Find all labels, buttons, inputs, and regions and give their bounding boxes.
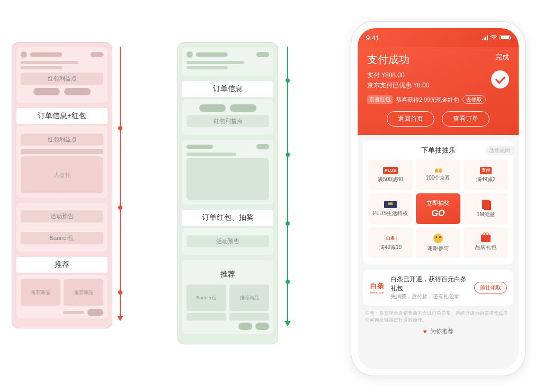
wf-red-banner: Banner位: [21, 232, 103, 244]
wf-red-bonus-label-2: 红包利益点: [21, 133, 103, 146]
wf-green-order-card: [182, 47, 273, 76]
baitiao-icon: 白条: [384, 235, 397, 242]
pay-icon: 支付: [480, 167, 492, 174]
status-icons: [482, 35, 510, 40]
wf-red-turntable: 大盘轮: [21, 156, 103, 193]
arrow-red: [120, 47, 121, 317]
face-icon: [433, 234, 443, 243]
wf-red-bonus-label-1: 红包利益点: [21, 73, 103, 85]
phone-mockup: 9:41 完成 支付成功 实付 ¥888.00 京东支付已优惠 ¥8.00 京喜…: [351, 21, 526, 376]
wf-green-btns-card: 红包利益点: [182, 99, 273, 135]
crown-icon: [384, 201, 397, 208]
lottery-cell-pay[interactable]: 支付满49减2: [464, 159, 508, 190]
wireframe-red: 红包利益点 订单信息+红包 红包利益点 大盘轮 活动预告 Banner位 推荐 …: [12, 42, 112, 328]
baitiao-claim-button[interactable]: 前往领取: [474, 282, 507, 293]
lottery-cell-bt[interactable]: 白条满49减10: [368, 227, 413, 258]
arrow-green: [287, 47, 288, 322]
lottery-go-button[interactable]: 立即抽奖GO: [416, 193, 460, 224]
payment-header: 完成 支付成功 实付 ¥888.00 京东支付已优惠 ¥8.00 京喜红包 恭喜…: [358, 47, 519, 135]
paid-row: 实付 ¥888.00: [367, 71, 509, 80]
wf-green-activity-card: 活动预告: [182, 228, 273, 255]
wf-green-recommend-card: 推荐 Banner位 推荐商品: [182, 260, 273, 334]
status-time: 9:41: [366, 34, 379, 42]
wf-red-bonus-card: 红包利益点 大盘轮: [16, 126, 108, 198]
wf-green-activity: 活动预告: [186, 235, 269, 247]
lottery-cell-plus[interactable]: PLUS满500减80: [368, 159, 413, 190]
payment-title: 支付成功: [367, 52, 509, 67]
battery-icon: [500, 35, 510, 40]
gift-icon: [481, 235, 491, 242]
heart-icon: ♥: [423, 328, 426, 335]
wf-green-lottery-card: [182, 140, 273, 204]
redpacket-row: 京喜红包 恭喜获得2.99元现金红包 去领取: [367, 95, 509, 104]
rp-text: 恭喜获得2.99元现金红包: [396, 96, 459, 104]
baitiao-title: 白条已开通，获得百元白条礼包: [390, 275, 469, 293]
wf-green-title-order: 订单信息: [182, 81, 273, 97]
lottery-rules-link[interactable]: 活动规则: [486, 146, 513, 155]
wf-green-rec-cell: 推荐商品: [229, 284, 269, 311]
wf-green-bonus-label: 红包利益点: [186, 115, 269, 127]
lottery-card: 下单抽抽乐 活动规则 PLUS满500减80 100个京豆 支付满49减2 PL…: [363, 140, 513, 264]
lottery-cell-gold[interactable]: 100个京豆: [416, 159, 460, 190]
wifi-icon: [490, 35, 497, 40]
home-button[interactable]: 返回首页: [387, 111, 434, 127]
traffic-card-icon: [482, 200, 489, 209]
done-link[interactable]: 完成: [495, 52, 509, 62]
lottery-cell-crown[interactable]: PLUS生活特权: [368, 193, 413, 224]
wf-green-title-recommend: 推荐: [186, 266, 269, 282]
rp-badge: 京喜红包: [367, 95, 393, 104]
wf-green-banner-cell: Banner位: [186, 284, 226, 311]
gold-bean-icon: [435, 168, 442, 173]
baitiao-subtitle: 先消费，后付款，还有礼包拿: [390, 293, 469, 300]
signal-icon: [482, 35, 488, 40]
wf-red-activity: 活动预告: [21, 210, 103, 222]
rp-go-button[interactable]: 去领取: [462, 95, 486, 104]
discount-row: 京东支付已优惠 ¥8.00: [367, 81, 509, 90]
wf-red-activity-card: 活动预告 Banner位: [16, 203, 108, 252]
safety-notice: 注意：京东平台及销售商不会以订单异常、系统升级为由要求您点击任何网址链接进行退款…: [358, 310, 519, 323]
lottery-title: 下单抽抽乐: [421, 146, 456, 155]
lottery-cell-card[interactable]: 1M流量: [464, 193, 508, 224]
recommend-separator: ♥ 为你推荐: [358, 327, 519, 335]
wf-red-title-recommend: 推荐: [16, 257, 108, 273]
wireframe-green: 订单信息 红包利益点 订单红包、抽奖 活动预告 推荐 Banner位 推荐商品: [177, 42, 278, 344]
wf-red-title-order: 订单信息+红包: [16, 108, 108, 124]
lottery-cell-gift[interactable]: 品牌礼包: [464, 227, 508, 258]
wf-red-rec-1: 推荐商品: [21, 279, 60, 306]
status-bar: 9:41: [358, 28, 519, 47]
baitiao-card: 白条 baitiao.com 白条已开通，获得百元白条礼包 先消费，后付款，还有…: [363, 270, 513, 306]
baitiao-logo: 白条 baitiao.com: [369, 281, 385, 294]
view-order-button[interactable]: 查看订单: [442, 111, 489, 127]
plus-icon: PLUS: [383, 167, 398, 174]
wf-green-title-lottery: 订单红包、抽奖: [182, 210, 273, 226]
recommend-label: 为你推荐: [430, 327, 453, 335]
wf-red-recommend-card: 推荐商品 推荐商品: [16, 275, 108, 318]
lottery-grid: PLUS满500减80 100个京豆 支付满49减2 PLUS生活特权 立即抽奖…: [368, 159, 508, 258]
wf-red-rec-2: 推荐商品: [64, 279, 103, 306]
lottery-cell-face[interactable]: 谢谢参与: [416, 227, 460, 258]
wf-red-order-card: 红包利益点: [16, 47, 108, 103]
